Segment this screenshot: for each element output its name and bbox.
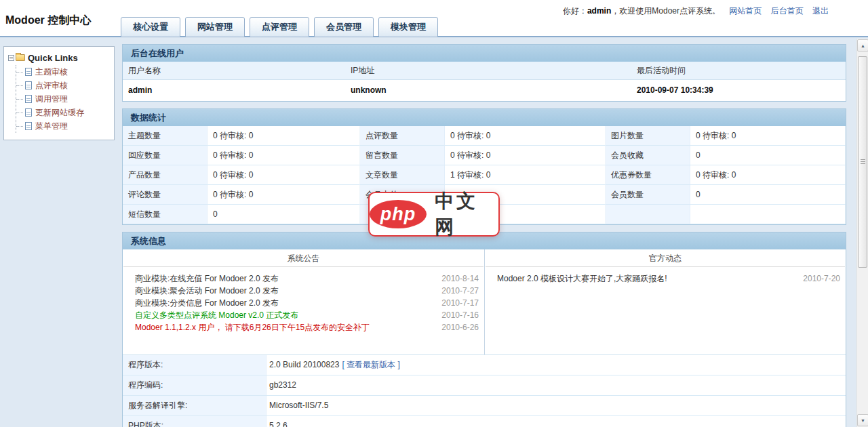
online-username: admin: [123, 80, 345, 101]
stat-label: [606, 205, 690, 224]
announcement-link[interactable]: 商业模块:在线充值 For Modoer 2.0 发布: [135, 272, 431, 285]
stat-label: 会员数量: [606, 185, 690, 205]
php-logo-icon: php: [370, 200, 427, 228]
online-users-table: 用户名称 IP地址 最后活动时间 admin unknown 2010-09-0…: [123, 62, 846, 101]
system-info-panel: 系统信息 系统公告 商业模块:在线充值 For Modoer 2.0 发布 20…: [122, 232, 846, 427]
scroll-down-icon[interactable]: ▼: [857, 414, 868, 426]
greeting-prefix: 你好：: [563, 6, 587, 16]
official-news-title: 官方动态: [486, 249, 845, 267]
stat-label: 点评数量: [360, 126, 445, 146]
stat-label: 产品数量: [123, 165, 208, 185]
tab-module-management[interactable]: 模块管理: [378, 17, 438, 37]
announcement-date: 2010-7-17: [431, 297, 480, 309]
check-latest-version-link[interactable]: [ 查看最新版本 ]: [342, 360, 399, 369]
stat-label: 回应数量: [123, 146, 208, 165]
greeting-bar: 你好：admin，欢迎使用Modoer点评系统。 网站首页 后台首页 退出: [563, 5, 829, 17]
stat-label: 会员收藏: [606, 146, 690, 165]
link-site-home[interactable]: 网站首页: [729, 6, 762, 16]
announcements-list: 商业模块:在线充值 For Modoer 2.0 发布 2010-8-14 商业…: [123, 267, 484, 339]
info-label: 服务器解译引擎:: [123, 396, 267, 415]
link-admin-home[interactable]: 后台首页: [771, 6, 804, 16]
announcement-date: 2010-7-16: [431, 309, 480, 321]
sidebar-item-topic-audit[interactable]: 主题审核: [16, 65, 111, 79]
scrollbar-grip-icon: [861, 159, 865, 165]
tree-items: 主题审核 点评审核 调用管理 更新网站缓存 菜单管理: [16, 65, 111, 133]
stat-label: 短信数量: [123, 205, 208, 224]
document-icon: [25, 108, 32, 117]
online-last-active: 2010-09-07 10:34:39: [631, 80, 846, 101]
quick-links-sidebar: Quick Links 主题审核 点评审核 调用管理 更新网站缓存 菜单管理: [3, 46, 115, 140]
announcement-link[interactable]: 商业模块:分类信息 For Modoer 2.0 发布: [135, 297, 431, 309]
info-row-php-version: PHP版本: 5.2.6: [123, 416, 846, 427]
stat-value: 1 待审核: 0: [445, 165, 606, 185]
sidebar-item-review-audit[interactable]: 点评审核: [16, 79, 111, 92]
online-users-panel-title: 后台在线用户: [123, 45, 846, 62]
col-header-ip: IP地址: [345, 62, 631, 80]
document-icon: [25, 122, 32, 130]
info-label: 程序版本:: [123, 355, 267, 375]
online-users-panel: 后台在线用户 用户名称 IP地址 最后活动时间 admin unknown 20…: [122, 44, 846, 102]
system-news-columns: 系统公告 商业模块:在线充值 For Modoer 2.0 发布 2010-8-…: [123, 249, 846, 355]
stat-value: 0 待审核: 0: [445, 126, 606, 146]
tab-review-management[interactable]: 点评管理: [250, 17, 309, 37]
php-cn-watermark: php 中文网: [368, 192, 500, 237]
stat-label: 留言数量: [360, 146, 445, 165]
document-icon: [25, 68, 32, 76]
announcement-link[interactable]: 自定义多类型点评系统 Modoer v2.0 正式发布: [135, 309, 431, 321]
official-news-item: Modoer 2.0 模板设计大赛开始了,大家踊跃报名! 2010-7-20: [497, 272, 842, 285]
announcements-column: 系统公告 商业模块:在线充值 For Modoer 2.0 发布 2010-8-…: [123, 249, 485, 354]
stat-value: 0 待审核: 0: [690, 165, 846, 185]
info-value: 2.0 Build 20100823[ 查看最新版本 ]: [267, 355, 846, 375]
stat-value: 0: [208, 205, 360, 224]
info-row-program-version: 程序版本: 2.0 Build 20100823[ 查看最新版本 ]: [123, 355, 846, 375]
announcements-title: 系统公告: [123, 249, 484, 267]
statistics-panel-title: 数据统计: [123, 109, 846, 126]
sidebar-item-call-management[interactable]: 调用管理: [16, 92, 111, 106]
stat-label: 优惠券数量: [606, 165, 690, 185]
stat-value: 0 待审核: 0: [208, 126, 360, 146]
tree-root-row: Quick Links: [8, 51, 111, 64]
announcement-link[interactable]: 商业模块:聚会活动 For Modoer 2.0 发布: [135, 285, 431, 297]
announcement-date: 2010-7-27: [431, 285, 480, 297]
info-value: gb2312: [267, 375, 846, 395]
announcement-link[interactable]: Modoer 1.1,1.2.x 用户， 请下载6月26日下午15点发布的安全补…: [135, 321, 431, 333]
tree-root-label: Quick Links: [28, 53, 78, 63]
col-header-last-active: 最后活动时间: [631, 62, 846, 80]
stat-label: 图片数量: [606, 126, 690, 146]
document-icon: [25, 95, 32, 103]
stat-label: 文章数量: [360, 165, 445, 185]
tab-core-settings[interactable]: 核心设置: [121, 17, 180, 37]
top-header: Modoer 控制中心 你好：admin，欢迎使用Modoer点评系统。 网站首…: [0, 0, 868, 37]
stat-value: 0: [690, 146, 846, 165]
announcement-item: 商业模块:在线充值 For Modoer 2.0 发布 2010-8-14: [135, 272, 480, 285]
stat-value: 0: [690, 185, 846, 205]
document-icon: [25, 81, 32, 89]
info-row-encoding: 程序编码: gb2312: [123, 375, 846, 396]
folder-icon: [16, 54, 25, 61]
info-value: Microsoft-IIS/7.5: [267, 396, 846, 415]
announcement-item: 商业模块:分类信息 For Modoer 2.0 发布 2010-7-17: [135, 297, 480, 309]
official-news-list: Modoer 2.0 模板设计大赛开始了,大家踊跃报名! 2010-7-20: [485, 267, 846, 290]
greeting-suffix: ，欢迎使用Modoer点评系统。: [611, 6, 720, 16]
official-news-column: 官方动态 Modoer 2.0 模板设计大赛开始了,大家踊跃报名! 2010-7…: [485, 249, 846, 354]
info-value: 5.2.6: [267, 416, 846, 427]
official-news-link[interactable]: Modoer 2.0 模板设计大赛开始了,大家踊跃报名!: [497, 272, 793, 285]
online-ip: unknown: [345, 80, 631, 101]
scrollbar-thumb[interactable]: [858, 56, 867, 268]
tab-site-management[interactable]: 网站管理: [185, 17, 245, 37]
app-title: Modoer 控制中心: [5, 14, 91, 28]
announcement-date: 2010-6-26: [431, 321, 480, 333]
announcement-item: 商业模块:聚会活动 For Modoer 2.0 发布 2010-7-27: [135, 285, 480, 297]
official-news-date: 2010-7-20: [793, 272, 842, 285]
scroll-up-icon[interactable]: ▲: [857, 39, 868, 52]
sidebar-item-menu-management[interactable]: 菜单管理: [16, 119, 111, 133]
tree-collapse-icon[interactable]: [8, 55, 14, 61]
link-logout[interactable]: 退出: [812, 6, 829, 16]
main-tabs: 核心设置 网站管理 点评管理 会员管理 模块管理: [121, 17, 438, 37]
sidebar-item-update-cache[interactable]: 更新网站缓存: [16, 106, 111, 119]
stat-label: 评论数量: [123, 185, 208, 205]
info-label: PHP版本:: [123, 416, 267, 427]
info-row-server-engine: 服务器解译引擎: Microsoft-IIS/7.5: [123, 396, 846, 416]
tab-member-management[interactable]: 会员管理: [314, 17, 374, 37]
vertical-scrollbar[interactable]: ▲ ▼: [856, 39, 868, 427]
